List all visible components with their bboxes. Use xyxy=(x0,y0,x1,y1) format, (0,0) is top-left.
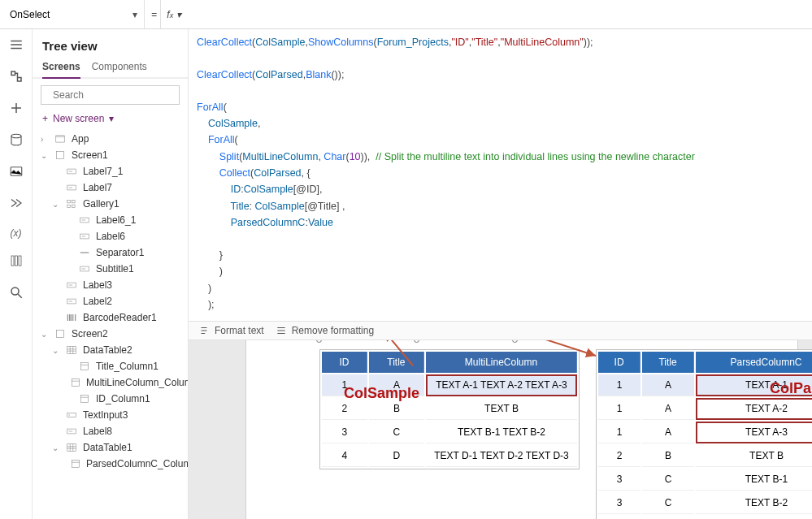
power-automate-icon[interactable] xyxy=(9,196,24,213)
tree-view-icon[interactable] xyxy=(9,69,24,86)
caret-icon[interactable]: › xyxy=(41,135,49,144)
search-icon[interactable] xyxy=(9,285,24,302)
tools-icon[interactable] xyxy=(9,253,24,270)
table-row[interactable]: 1 A TEXT A-1 xyxy=(598,374,812,396)
tree-node[interactable]: TextInput3 xyxy=(33,407,188,423)
tree-node[interactable]: Label7_1 xyxy=(33,163,188,179)
tree-node[interactable]: Subtitle1 xyxy=(33,261,188,277)
tree-node[interactable]: Separator1 xyxy=(33,244,188,261)
table-row[interactable]: 3 C TEXT B-1 xyxy=(598,469,812,491)
tree-search[interactable] xyxy=(41,85,180,105)
format-text-label: Format text xyxy=(215,325,264,336)
table-header[interactable]: Title xyxy=(642,352,694,373)
table-row[interactable]: 1 A TEXT A-3 xyxy=(598,422,812,443)
cell-value: TEXT A-1 TEXT A-2 TEXT A-3 xyxy=(426,374,577,396)
datatable-colparsed[interactable]: IDTitleParsedColumnC 1 A TEXT A-1 1 A TE… xyxy=(596,349,812,519)
remove-formatting-button[interactable]: Remove formatting xyxy=(276,325,374,336)
tree-node[interactable]: ⌄ Gallery1 xyxy=(33,196,188,212)
selection-handle[interactable] xyxy=(414,340,419,343)
cell-value: TEXT D-1 xyxy=(696,516,812,519)
format-text-button[interactable]: Format text xyxy=(198,325,264,336)
svg-rect-9 xyxy=(56,151,63,158)
tree-node[interactable]: Label6_1 xyxy=(33,212,188,228)
tree-node[interactable]: MultiLineColumn_Column1 xyxy=(33,374,188,391)
equals-sign: = xyxy=(151,9,157,20)
tree-node-label: ParsedColumnC_Column2 xyxy=(86,458,188,469)
table-header[interactable]: MultiLineColumn xyxy=(426,352,577,373)
label-icon xyxy=(65,182,78,193)
tree-node[interactable]: ID_Column1 xyxy=(33,391,188,407)
cell-title: D xyxy=(369,445,424,467)
new-screen-button[interactable]: + New screen ▾ xyxy=(33,110,188,131)
cell-id: 1 xyxy=(598,422,640,443)
caret-icon[interactable]: ⌄ xyxy=(52,443,60,452)
cell-value: TEXT B-2 xyxy=(696,492,812,514)
property-selector[interactable]: OnSelect ▾ xyxy=(0,0,145,28)
caret-icon[interactable]: ⌄ xyxy=(52,200,60,209)
svg-rect-25 xyxy=(80,395,88,402)
caret-icon[interactable]: ⌄ xyxy=(52,346,60,355)
tree-node-list[interactable]: › App ⌄ Screen1 Label7_1 Label7 ⌄ Galler… xyxy=(33,131,188,519)
tree-node[interactable]: Label7 xyxy=(33,179,188,196)
media-icon[interactable] xyxy=(9,164,24,181)
tree-node-label: Screen2 xyxy=(72,328,108,340)
label-icon xyxy=(65,426,78,437)
plus-icon[interactable] xyxy=(9,101,24,118)
tree-node[interactable]: Label8 xyxy=(33,423,188,439)
datatable-colsample[interactable]: IDTitleMultiLineColumn 1 A TEXT A-1 TEXT… xyxy=(319,349,580,469)
tree-node[interactable]: Title_Column1 xyxy=(33,358,188,374)
variable-icon[interactable]: (x) xyxy=(11,227,22,239)
tree-node-label: ID_Column1 xyxy=(96,393,150,404)
separator-icon xyxy=(78,247,91,258)
tab-screens[interactable]: Screens xyxy=(42,58,80,79)
caret-icon[interactable]: ⌄ xyxy=(41,330,49,339)
tree-node[interactable]: ParsedColumnC_Column2 xyxy=(33,456,188,472)
tree-node[interactable]: Label2 xyxy=(33,293,188,309)
cell-title: C xyxy=(642,492,694,514)
table-row[interactable]: 1 A TEXT A-2 xyxy=(598,398,812,420)
cell-title: A xyxy=(642,398,694,420)
chevron-down-icon[interactable]: ▾ xyxy=(176,9,181,20)
datatable-icon xyxy=(65,344,78,356)
table-row[interactable]: 2 B TEXT B xyxy=(322,398,577,420)
tree-node[interactable]: BarcodeReader1 xyxy=(33,309,188,326)
tree-node[interactable]: Label6 xyxy=(33,228,188,244)
cell-title: A xyxy=(642,422,694,443)
selection-handle[interactable] xyxy=(512,340,518,343)
tree-node[interactable]: ⌄ DataTable2 xyxy=(33,342,188,358)
table-row[interactable]: 3 C TEXT B-2 xyxy=(598,492,812,514)
svg-rect-14 xyxy=(72,200,76,203)
tree-node[interactable]: ⌄ Screen1 xyxy=(33,147,188,163)
remove-format-icon xyxy=(276,325,287,336)
table-row[interactable]: 4 D TEXT D-1 xyxy=(598,516,812,519)
screen-surface[interactable]: Split and create collection IDTitleMulti… xyxy=(245,340,798,519)
tab-components[interactable]: Components xyxy=(92,58,147,77)
formula-editor[interactable]: ClearCollect(ColSample,ShowColumns(Forum… xyxy=(189,29,812,321)
tree-node[interactable]: ⌄ DataTable1 xyxy=(33,439,188,456)
cell-title: B xyxy=(369,398,424,420)
cell-id: 4 xyxy=(322,445,367,467)
datatable-icon xyxy=(65,442,78,453)
tree-node[interactable]: ⌄ Screen2 xyxy=(33,326,188,342)
tree-search-input[interactable] xyxy=(51,89,176,102)
caret-icon[interactable]: ⌄ xyxy=(41,151,49,160)
table-header[interactable]: ID xyxy=(322,352,367,373)
table-row[interactable]: 1 A TEXT A-1 TEXT A-2 TEXT A-3 xyxy=(322,374,577,396)
new-screen-label: New screen xyxy=(53,113,104,124)
design-canvas[interactable]: Split and create collection IDTitleMulti… xyxy=(189,340,812,519)
table-header[interactable]: ID xyxy=(598,352,640,373)
tree-node[interactable]: › App xyxy=(33,131,188,147)
table-header[interactable]: ParsedColumnC xyxy=(696,352,812,373)
label-icon xyxy=(78,214,91,226)
cell-value: TEXT B xyxy=(426,398,577,420)
table-row[interactable]: 4 D TEXT D-1 TEXT D-2 TEXT D-3 xyxy=(322,445,577,467)
database-icon[interactable] xyxy=(9,132,24,149)
table-row[interactable]: 3 C TEXT B-1 TEXT B-2 xyxy=(322,422,577,443)
table-header[interactable]: Title xyxy=(369,352,424,373)
table-row[interactable]: 2 B TEXT B xyxy=(598,445,812,467)
screen-icon xyxy=(54,328,67,340)
tree-node[interactable]: Label3 xyxy=(33,277,188,293)
selection-handle[interactable] xyxy=(316,340,322,343)
tree-node-label: Label7_1 xyxy=(83,166,123,177)
menu-icon[interactable] xyxy=(9,37,24,54)
